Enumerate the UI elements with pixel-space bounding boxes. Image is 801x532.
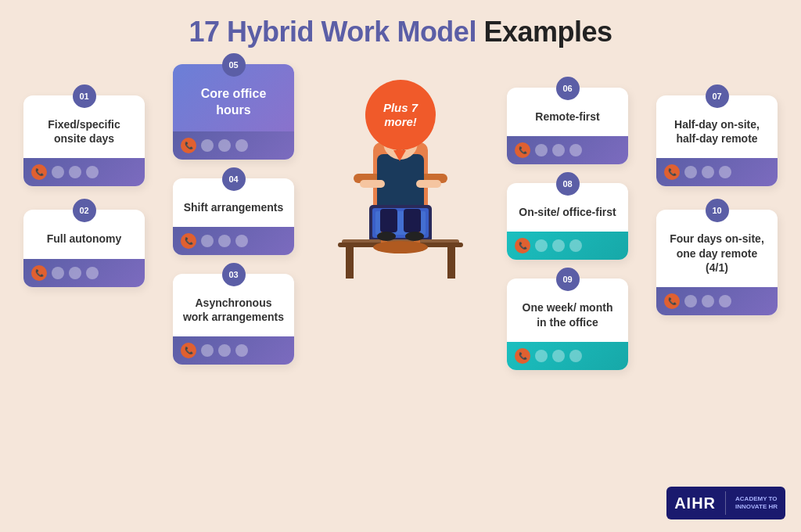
card-09-footer bbox=[507, 342, 628, 370]
card-06: 06 Remote-first bbox=[507, 88, 628, 164]
dot3-08 bbox=[569, 239, 582, 252]
dot3-04 bbox=[235, 235, 248, 247]
card-05-title: Core office hours bbox=[182, 86, 285, 119]
dot1-10 bbox=[684, 295, 697, 307]
phone-icon-03 bbox=[181, 343, 196, 358]
cards-layout: 01 Fixed/specific onsite days 02 Full au… bbox=[23, 64, 778, 502]
phone-icon-08 bbox=[515, 238, 530, 253]
title-part1: 17 Hybrid Work Model bbox=[189, 16, 476, 48]
dot2-01 bbox=[69, 166, 81, 178]
card-01-footer bbox=[23, 158, 145, 186]
page-container: 17 Hybrid Work Model Examples 01 Fixed/s… bbox=[0, 0, 801, 532]
dot2-03 bbox=[218, 344, 231, 357]
dot3-01 bbox=[86, 166, 99, 178]
phone-icon-04 bbox=[181, 233, 196, 249]
phone-icon-10 bbox=[664, 293, 680, 309]
dot3-06 bbox=[569, 144, 582, 156]
col-center: Plus 7 more! bbox=[322, 64, 479, 283]
dot1-07 bbox=[684, 166, 697, 178]
dot3-09 bbox=[569, 350, 582, 362]
badge-08: 08 bbox=[556, 172, 580, 196]
badge-10: 10 bbox=[706, 199, 729, 222]
dot2-05 bbox=[218, 139, 231, 152]
card-04: 04 Shift arrangements bbox=[173, 178, 294, 255]
dot1-03 bbox=[201, 344, 214, 357]
aihr-tagline: Academy toInnovate HR bbox=[735, 495, 778, 512]
card-07: 07 Half-day on-site, half-day remote bbox=[656, 95, 778, 186]
card-05: 05 Core office hours bbox=[173, 64, 294, 160]
badge-02: 02 bbox=[73, 199, 96, 222]
card-04-footer bbox=[173, 227, 294, 255]
svg-rect-15 bbox=[346, 247, 354, 279]
dot3-07 bbox=[719, 166, 731, 178]
dot3-03 bbox=[235, 344, 248, 357]
dot2-02 bbox=[69, 267, 81, 279]
col-right: 07 Half-day on-site, half-day remote 10 … bbox=[656, 64, 778, 315]
card-02-title: Full autonomy bbox=[33, 232, 135, 246]
card-01: 01 Fixed/specific onsite days bbox=[23, 95, 145, 186]
svg-rect-9 bbox=[416, 180, 441, 188]
dot1-08 bbox=[535, 239, 548, 252]
svg-rect-8 bbox=[360, 180, 385, 188]
svg-point-19 bbox=[373, 241, 428, 253]
svg-point-22 bbox=[377, 232, 396, 241]
dot1-02 bbox=[52, 267, 64, 279]
dot3-05 bbox=[235, 139, 248, 152]
col-center-right: 06 Remote-first 08 On-site/ office-first bbox=[507, 64, 628, 370]
aihr-logo: AIHR Academy toInnovate HR bbox=[666, 487, 785, 519]
title-part2: Examples bbox=[483, 16, 612, 48]
speech-bubble: Plus 7 more! bbox=[365, 80, 436, 150]
card-10-footer bbox=[656, 287, 778, 315]
dot2-07 bbox=[702, 166, 714, 178]
dot1-05 bbox=[201, 139, 214, 152]
col-center-left: 05 Core office hours 04 Shift arrangemen… bbox=[173, 64, 294, 365]
phone-icon-02 bbox=[31, 265, 47, 281]
phone-icon-01 bbox=[31, 164, 47, 180]
dot1-09 bbox=[535, 350, 548, 362]
badge-05: 05 bbox=[222, 53, 246, 77]
svg-rect-16 bbox=[447, 247, 455, 279]
svg-rect-20 bbox=[380, 209, 397, 232]
aihr-name: AIHR bbox=[674, 494, 716, 512]
card-02: 02 Full autonomy bbox=[23, 210, 145, 286]
card-07-footer bbox=[656, 158, 778, 186]
badge-09: 09 bbox=[556, 268, 580, 291]
badge-06: 06 bbox=[556, 77, 580, 100]
page-title: 17 Hybrid Work Model Examples bbox=[23, 16, 778, 49]
card-09-title: One week/ month in the office bbox=[516, 300, 619, 329]
dot3-10 bbox=[719, 295, 731, 307]
card-03-footer bbox=[173, 336, 294, 365]
svg-point-23 bbox=[405, 232, 424, 241]
card-02-footer bbox=[23, 259, 145, 287]
phone-icon-07 bbox=[664, 164, 680, 180]
card-04-title: Shift arrangements bbox=[182, 200, 285, 214]
dot1-04 bbox=[201, 235, 214, 247]
phone-icon-06 bbox=[515, 142, 530, 158]
dot3-02 bbox=[86, 267, 99, 279]
badge-04: 04 bbox=[222, 167, 246, 191]
card-09: 09 One week/ month in the office bbox=[507, 279, 628, 369]
card-06-footer bbox=[507, 136, 628, 164]
badge-03: 03 bbox=[222, 263, 246, 286]
svg-rect-21 bbox=[404, 209, 421, 232]
card-10-title: Four days on-site, one day remote (4/1) bbox=[666, 232, 768, 275]
card-01-title: Fixed/specific onsite days bbox=[33, 117, 135, 146]
card-06-title: Remote-first bbox=[516, 110, 619, 124]
logo-divider bbox=[725, 491, 726, 515]
card-08-title: On-site/ office-first bbox=[516, 205, 619, 219]
dot2-06 bbox=[552, 144, 565, 156]
dot1-06 bbox=[535, 144, 548, 156]
badge-07: 07 bbox=[706, 84, 729, 108]
dot2-10 bbox=[702, 295, 714, 307]
col-left: 01 Fixed/specific onsite days 02 Full au… bbox=[23, 64, 145, 287]
card-03: 03 Asynchronous work arrangements bbox=[173, 274, 294, 365]
card-08: 08 On-site/ office-first bbox=[507, 183, 628, 260]
dot2-04 bbox=[218, 235, 231, 247]
card-05-footer bbox=[173, 131, 294, 160]
card-08-footer bbox=[507, 232, 628, 260]
badge-01: 01 bbox=[73, 84, 96, 108]
card-07-title: Half-day on-site, half-day remote bbox=[666, 117, 768, 146]
card-10: 10 Four days on-site, one day remote (4/… bbox=[656, 210, 778, 315]
dot1-01 bbox=[52, 166, 64, 178]
phone-icon-05 bbox=[181, 138, 196, 153]
